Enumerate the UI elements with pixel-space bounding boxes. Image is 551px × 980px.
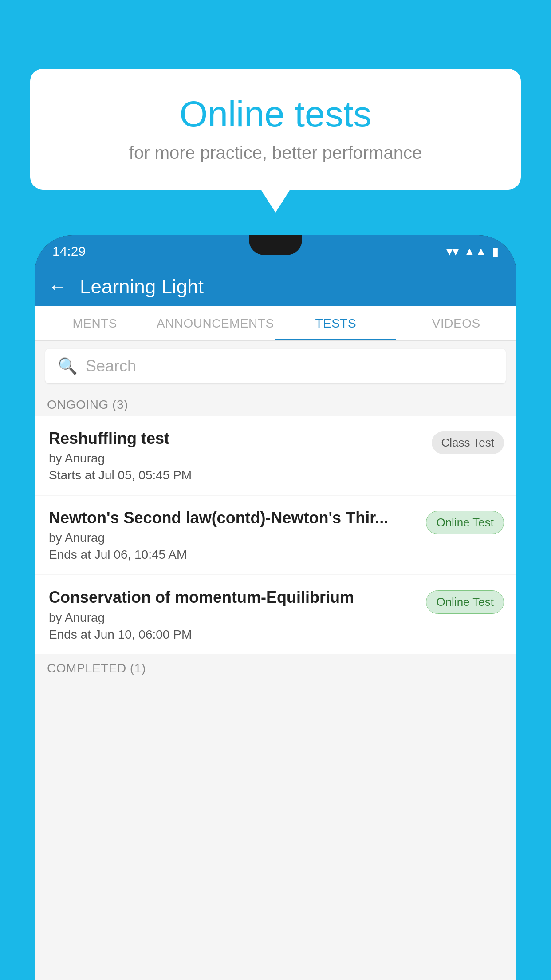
test-badge-class: Class Test: [432, 431, 504, 454]
test-date: Ends at Jul 06, 10:45 AM: [49, 548, 417, 562]
test-author: by Anurag: [49, 451, 423, 466]
search-icon: 🔍: [58, 357, 78, 375]
wifi-icon: ▾▾: [446, 244, 459, 259]
signal-icon: ▲▲: [464, 245, 487, 258]
test-name: Conservation of momentum-Equilibrium: [49, 588, 417, 607]
test-date: Starts at Jul 05, 05:45 PM: [49, 468, 423, 482]
completed-section-header: COMPLETED (1): [35, 655, 516, 680]
status-time: 14:29: [52, 244, 86, 259]
test-name: Newton's Second law(contd)-Newton's Thir…: [49, 508, 417, 527]
test-badge-online: Online Test: [426, 511, 504, 534]
phone-frame: 14:29 ▾▾ ▲▲ ▮ ← Learning Light MENTS ANN…: [35, 235, 516, 980]
test-item[interactable]: Newton's Second law(contd)-Newton's Thir…: [35, 496, 516, 574]
tab-tests[interactable]: TESTS: [276, 306, 396, 340]
tab-ments[interactable]: MENTS: [35, 306, 155, 340]
battery-icon: ▮: [492, 244, 499, 259]
test-item[interactable]: Conservation of momentum-Equilibrium by …: [35, 575, 516, 654]
test-item-info: Reshuffling test by Anurag Starts at Jul…: [49, 429, 423, 482]
app-header: ← Learning Light: [35, 267, 516, 306]
tabs-bar: MENTS ANNOUNCEMENTS TESTS VIDEOS: [35, 306, 516, 341]
status-bar: 14:29 ▾▾ ▲▲ ▮: [35, 235, 516, 267]
test-author: by Anurag: [49, 611, 417, 625]
test-item[interactable]: Reshuffling test by Anurag Starts at Jul…: [35, 416, 516, 495]
phone-content: 🔍 Search ONGOING (3) Reshuffling test by…: [35, 341, 516, 980]
search-input[interactable]: Search: [86, 357, 136, 375]
speech-bubble: Online tests for more practice, better p…: [30, 69, 521, 190]
test-author: by Anurag: [49, 531, 417, 545]
ongoing-section-header: ONGOING (3): [35, 391, 516, 416]
test-date: Ends at Jun 10, 06:00 PM: [49, 628, 417, 642]
tab-announcements[interactable]: ANNOUNCEMENTS: [155, 306, 276, 340]
tab-videos[interactable]: VIDEOS: [396, 306, 517, 340]
bubble-subtitle: for more practice, better performance: [57, 143, 494, 163]
back-button[interactable]: ←: [48, 276, 67, 298]
test-item-info: Newton's Second law(contd)-Newton's Thir…: [49, 508, 417, 562]
bubble-title: Online tests: [57, 93, 494, 135]
test-item-info: Conservation of momentum-Equilibrium by …: [49, 588, 417, 641]
phone-notch: [249, 235, 302, 255]
status-icons: ▾▾ ▲▲ ▮: [446, 244, 499, 259]
search-bar[interactable]: 🔍 Search: [45, 349, 506, 383]
app-title: Learning Light: [80, 276, 204, 298]
test-name: Reshuffling test: [49, 429, 423, 448]
test-badge-online-2: Online Test: [426, 590, 504, 614]
